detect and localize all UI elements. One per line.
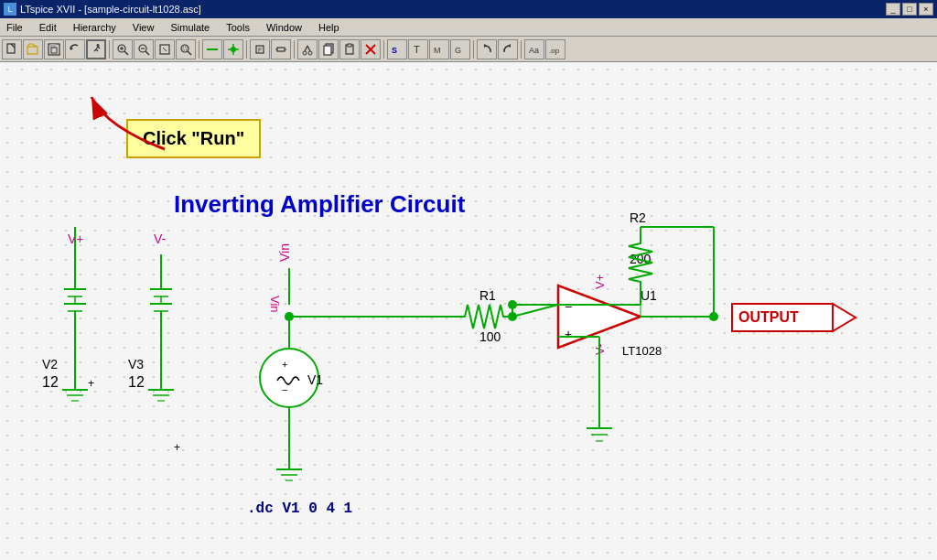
svg-text:R1: R1: [479, 288, 496, 303]
zoom-in-button[interactable]: [113, 39, 133, 59]
svg-text:+: +: [88, 377, 94, 390]
svg-rect-2: [27, 47, 38, 54]
svg-text:V2: V2: [42, 357, 58, 372]
menu-help[interactable]: Help: [316, 21, 342, 34]
svg-text:V3: V3: [128, 357, 144, 372]
toolbar: F S T M G Aa .op: [0, 37, 937, 62]
cut-button[interactable]: [297, 39, 318, 59]
title-bar-buttons[interactable]: _ □ ×: [886, 3, 933, 16]
svg-text:R2: R2: [630, 210, 646, 225]
svg-marker-48: [508, 44, 511, 48]
title-bar: L LTspice XVII - [sample-circuit-lt1028.…: [0, 0, 937, 18]
copy-button[interactable]: [318, 39, 339, 59]
resistor-button[interactable]: [271, 39, 291, 59]
svg-line-22: [188, 51, 191, 55]
svg-text:Vin: Vin: [277, 243, 292, 262]
zoom-out-button[interactable]: [134, 39, 154, 59]
svg-rect-23: [183, 47, 187, 50]
svg-line-10: [96, 49, 98, 51]
svg-line-11: [98, 47, 100, 48]
undo-button[interactable]: [65, 39, 85, 59]
drag-button[interactable]: G: [450, 39, 470, 59]
menu-tools[interactable]: Tools: [223, 21, 253, 34]
open-button[interactable]: [23, 39, 43, 59]
svg-rect-40: [348, 44, 351, 47]
op-button[interactable]: .op: [545, 39, 565, 59]
svg-text:V+: V+: [593, 275, 607, 289]
svg-text:100: 100: [479, 329, 501, 344]
svg-text:+: +: [174, 441, 180, 454]
svg-text:.dc V1 0 4 1: .dc V1 0 4 1: [247, 501, 352, 517]
svg-line-20: [163, 48, 167, 51]
component-button[interactable]: F: [250, 39, 270, 59]
svg-rect-38: [324, 46, 331, 55]
maximize-button[interactable]: □: [902, 3, 917, 16]
minimize-button[interactable]: _: [886, 3, 900, 16]
paste-button[interactable]: [339, 39, 360, 59]
svg-text:+: +: [565, 327, 572, 341]
canvas-area[interactable]: Inverting Amplifier Circuit Click "Run" …: [0, 62, 937, 560]
svg-marker-6: [70, 47, 73, 50]
svg-marker-131: [833, 304, 856, 331]
svg-text:+: +: [282, 359, 287, 370]
svg-text:−: −: [565, 299, 572, 314]
menu-window[interactable]: Window: [264, 21, 305, 34]
delete-button[interactable]: [361, 39, 381, 59]
undo2-button[interactable]: [477, 39, 497, 59]
svg-rect-5: [51, 48, 57, 53]
svg-marker-47: [484, 44, 487, 48]
save-button[interactable]: [44, 39, 64, 59]
text-button[interactable]: T: [408, 39, 428, 59]
menu-simulate[interactable]: Simulate: [167, 21, 212, 34]
svg-text:V-: V-: [154, 232, 167, 246]
svg-point-7: [97, 44, 100, 47]
svg-point-21: [181, 45, 188, 52]
menu-hierarchy[interactable]: Hierarchy: [70, 21, 119, 34]
svg-rect-31: [277, 48, 285, 51]
menu-bar: File Edit Hierarchy View Simulate Tools …: [0, 18, 937, 37]
zoom-fit-button[interactable]: [155, 39, 175, 59]
menu-file[interactable]: File: [4, 21, 26, 34]
svg-text:−: −: [282, 384, 287, 395]
svg-text:M: M: [434, 46, 441, 55]
svg-rect-4: [50, 44, 56, 48]
svg-text:F: F: [258, 47, 262, 53]
svg-line-9: [94, 49, 96, 51]
spice-directive-button[interactable]: S: [387, 39, 407, 59]
svg-line-36: [307, 46, 310, 51]
title-bar-text: LTspice XVII - [sample-circuit-lt1028.as…: [20, 4, 201, 15]
svg-line-17: [145, 51, 149, 55]
svg-text:12: 12: [128, 374, 145, 390]
svg-text:G: G: [455, 46, 461, 55]
move-button[interactable]: M: [429, 39, 449, 59]
new-button[interactable]: [2, 39, 22, 59]
font-size-button[interactable]: Aa: [524, 39, 544, 59]
svg-rect-0: [7, 44, 15, 53]
run-button[interactable]: [86, 39, 106, 59]
svg-line-106: [512, 305, 558, 317]
svg-text:S: S: [392, 46, 397, 55]
svg-text:Vin: Vin: [268, 296, 282, 313]
run-arrow: [82, 90, 192, 163]
svg-text:V1: V1: [307, 372, 323, 387]
menu-view[interactable]: View: [130, 21, 157, 34]
menu-edit[interactable]: Edit: [37, 21, 59, 34]
svg-text:Aa: Aa: [529, 46, 539, 55]
svg-text:OUTPUT: OUTPUT: [738, 309, 799, 325]
svg-point-120: [508, 300, 517, 309]
svg-line-13: [124, 51, 128, 55]
close-button[interactable]: ×: [919, 3, 933, 16]
svg-line-35: [305, 46, 307, 51]
junction-button[interactable]: [223, 39, 243, 59]
svg-text:LT1028: LT1028: [622, 344, 662, 358]
zoom-select-button[interactable]: [176, 39, 196, 59]
wire-button[interactable]: [202, 39, 222, 59]
svg-text:U1: U1: [641, 288, 657, 303]
svg-point-33: [303, 51, 307, 55]
svg-text:.op: .op: [549, 47, 560, 55]
app-icon: L: [4, 3, 16, 16]
redo-button[interactable]: [498, 39, 518, 59]
svg-text:12: 12: [42, 374, 59, 390]
svg-text:T: T: [414, 44, 420, 55]
svg-point-34: [308, 51, 312, 55]
